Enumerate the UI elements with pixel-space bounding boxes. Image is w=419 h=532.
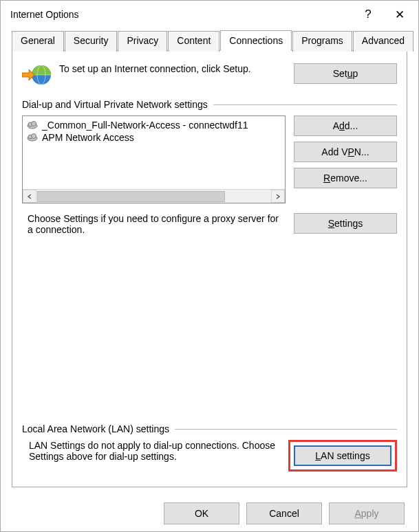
- list-item-label: APM Network Access: [42, 132, 134, 143]
- lan-settings-button[interactable]: LAN settings: [294, 445, 391, 466]
- dialup-hint-row: Choose Settings if you need to configure…: [22, 213, 397, 235]
- apply-button[interactable]: Apply: [329, 502, 405, 524]
- settings-button[interactable]: Settings: [294, 213, 397, 234]
- list-item-label: _Common_Full-Network-Access - connectwdf…: [42, 120, 248, 131]
- ok-button[interactable]: OK: [164, 502, 239, 524]
- help-icon[interactable]: ?: [352, 3, 384, 25]
- annotation-highlight: LAN settings: [288, 440, 397, 472]
- dialup-group-header: Dial-up and Virtual Private Network sett…: [22, 99, 397, 110]
- divider: [175, 429, 397, 430]
- setup-text: To set up an Internet connection, click …: [59, 63, 286, 74]
- divider: [213, 104, 397, 105]
- close-icon[interactable]: ✕: [384, 3, 416, 25]
- list-items-container: _Common_Full-Network-Access - connectwdf…: [23, 116, 285, 189]
- globe-arrow-icon: [22, 63, 51, 87]
- cloud-icon: [27, 120, 38, 130]
- dialog-footer: OK Cancel Apply: [1, 494, 418, 532]
- scroll-thumb[interactable]: [37, 191, 225, 202]
- list-item[interactable]: APM Network Access: [24, 131, 283, 144]
- tab-content[interactable]: Content: [168, 31, 219, 52]
- connections-listbox[interactable]: _Common_Full-Network-Access - connectwdf…: [22, 115, 286, 203]
- titlebar: Internet Options ? ✕: [1, 1, 418, 28]
- scroll-right-icon[interactable]: [271, 190, 285, 203]
- window-title: Internet Options: [10, 9, 79, 20]
- tabs-row: General Security Privacy Content Connect…: [1, 28, 418, 50]
- lan-group-header: Local Area Network (LAN) settings: [22, 423, 397, 434]
- scroll-left-icon[interactable]: [23, 190, 36, 203]
- setup-button[interactable]: Setup: [294, 63, 397, 84]
- connections-panel: To set up an Internet connection, click …: [12, 50, 407, 487]
- dialup-hint-text: Choose Settings if you need to configure…: [22, 213, 284, 235]
- tab-privacy[interactable]: Privacy: [118, 31, 167, 52]
- cancel-button[interactable]: Cancel: [246, 502, 322, 524]
- remove-button[interactable]: Remove...: [294, 168, 397, 188]
- dialup-header-label: Dial-up and Virtual Private Network sett…: [22, 99, 208, 110]
- tab-security[interactable]: Security: [65, 31, 118, 52]
- tab-connections[interactable]: Connections: [220, 30, 292, 51]
- dialup-body: _Common_Full-Network-Access - connectwdf…: [22, 115, 397, 203]
- tab-advanced[interactable]: Advanced: [353, 31, 413, 52]
- cloud-icon: [27, 133, 38, 142]
- titlebar-controls: ? ✕: [352, 3, 416, 25]
- add-vpn-button[interactable]: Add VPN...: [294, 142, 397, 162]
- svg-point-6: [32, 122, 36, 126]
- tab-general[interactable]: General: [12, 31, 64, 52]
- lan-block: Local Area Network (LAN) settings LAN Se…: [22, 419, 397, 472]
- svg-point-9: [32, 134, 36, 139]
- list-item[interactable]: _Common_Full-Network-Access - connectwdf…: [24, 119, 283, 131]
- tab-programs[interactable]: Programs: [292, 31, 352, 52]
- lan-header-label: Local Area Network (LAN) settings: [22, 423, 169, 434]
- setup-row: To set up an Internet connection, click …: [22, 63, 397, 87]
- horizontal-scrollbar[interactable]: [23, 189, 285, 203]
- lan-text: LAN Settings do not apply to dial-up con…: [22, 440, 279, 462]
- add-button[interactable]: Add...: [294, 115, 397, 136]
- scroll-track[interactable]: [36, 190, 271, 203]
